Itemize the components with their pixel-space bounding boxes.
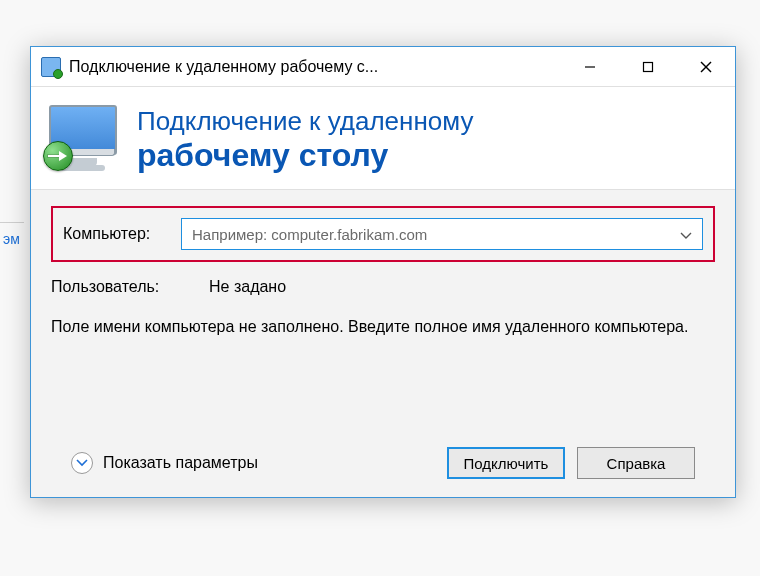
chevron-down-icon — [680, 226, 692, 243]
computer-field-highlight: Компьютер: Например: computer.fabrikam.c… — [51, 206, 715, 262]
dialog-footer: Показать параметры Подключить Справка — [51, 433, 715, 497]
dialog-body: Компьютер: Например: computer.fabrikam.c… — [31, 190, 735, 497]
titlebar: Подключение к удаленному рабочему с... — [31, 47, 735, 87]
heading: Подключение к удаленному рабочему столу — [137, 107, 473, 174]
computer-combobox[interactable]: Например: computer.fabrikam.com — [181, 218, 703, 250]
show-options-toggle[interactable]: Показать параметры — [71, 452, 258, 474]
computer-placeholder: Например: computer.fabrikam.com — [192, 226, 427, 243]
heading-line1: Подключение к удаленному — [137, 107, 473, 137]
help-button[interactable]: Справка — [577, 447, 695, 479]
minimize-button[interactable] — [561, 47, 619, 87]
user-row: Пользователь: Не задано — [51, 278, 715, 296]
chevron-down-circle-icon — [71, 452, 93, 474]
user-label: Пользователь: — [51, 278, 191, 296]
connect-button-label: Подключить — [464, 455, 549, 472]
computer-label: Компьютер: — [63, 225, 163, 243]
window-title: Подключение к удаленному рабочему с... — [69, 58, 378, 76]
rdp-icon — [45, 105, 123, 175]
heading-line2: рабочему столу — [137, 137, 473, 174]
app-icon — [41, 57, 61, 77]
maximize-button[interactable] — [619, 47, 677, 87]
rdp-window: Подключение к удаленному рабочему с... П… — [30, 46, 736, 498]
show-options-label: Показать параметры — [103, 454, 258, 472]
user-value: Не задано — [209, 278, 286, 296]
svg-rect-1 — [644, 62, 653, 71]
dialog-header: Подключение к удаленному рабочему столу — [31, 87, 735, 190]
close-button[interactable] — [677, 47, 735, 87]
help-button-label: Справка — [607, 455, 666, 472]
hint-text: Поле имени компьютера не заполнено. Введ… — [51, 316, 691, 338]
background-text: эм — [0, 222, 24, 262]
connect-button[interactable]: Подключить — [447, 447, 565, 479]
